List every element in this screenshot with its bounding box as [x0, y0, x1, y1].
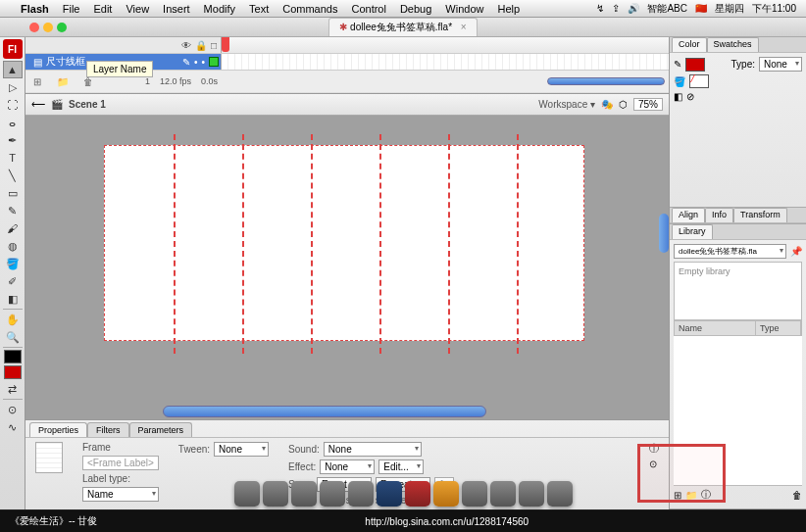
- tab-transform[interactable]: Transform: [733, 208, 787, 222]
- status-flag-icon[interactable]: 🇨🇳: [691, 3, 711, 14]
- menu-app[interactable]: Flash: [14, 3, 56, 15]
- stage-canvas[interactable]: [104, 145, 584, 341]
- tab-library[interactable]: Library: [672, 224, 713, 239]
- col-type[interactable]: Type: [756, 321, 801, 335]
- dock-ical[interactable]: [320, 481, 345, 507]
- hand-tool[interactable]: ✋: [3, 311, 23, 328]
- stage-hscrollbar[interactable]: [163, 406, 486, 417]
- layer-name[interactable]: 尺寸线框: [46, 55, 85, 69]
- new-layer-icon[interactable]: ⊞: [29, 73, 45, 89]
- stroke-swatch[interactable]: [685, 58, 705, 72]
- document-tab[interactable]: ✱ dollee兔兔书签草稿.fla* ×: [328, 18, 477, 36]
- fill-swatch-icon[interactable]: 🪣: [674, 76, 685, 87]
- edit-effect-button[interactable]: Edit...: [378, 459, 424, 474]
- snap-option[interactable]: ⊙: [3, 401, 23, 418]
- dock-photoshop[interactable]: [377, 481, 402, 507]
- dock-flash[interactable]: [405, 481, 430, 507]
- playhead[interactable]: [222, 37, 229, 52]
- free-transform-tool[interactable]: ⛶: [3, 96, 23, 114]
- menu-control[interactable]: Control: [344, 3, 392, 15]
- eyedropper-tool[interactable]: ✐: [3, 272, 23, 290]
- guide-line[interactable]: [517, 134, 519, 354]
- tab-swatches[interactable]: Swatches: [707, 37, 759, 52]
- menu-commands[interactable]: Commands: [276, 3, 344, 15]
- status-wifi-icon[interactable]: ⇪: [608, 3, 624, 14]
- rectangle-tool[interactable]: ▭: [3, 184, 23, 202]
- noswap-icon[interactable]: ⊘: [686, 91, 694, 102]
- close-tab-icon[interactable]: ×: [461, 22, 467, 32]
- sound-dropdown[interactable]: None: [324, 442, 422, 457]
- edit-scene-icon[interactable]: 🎭: [601, 99, 613, 110]
- status-volume-icon[interactable]: 🔊: [624, 3, 643, 14]
- bw-icon[interactable]: ◧: [674, 91, 682, 102]
- dock-trash[interactable]: [547, 481, 573, 507]
- stage-area[interactable]: [25, 116, 669, 419]
- new-folder-icon[interactable]: 📁: [55, 73, 71, 89]
- fill-swatch[interactable]: ⁄: [689, 74, 709, 88]
- window-min-icon[interactable]: [43, 23, 53, 32]
- dock-finder[interactable]: [234, 481, 260, 507]
- dock-qq[interactable]: [490, 481, 516, 507]
- col-name[interactable]: Name: [675, 321, 756, 335]
- timeline-ruler[interactable]: [222, 37, 669, 53]
- window-zoom-icon[interactable]: [57, 23, 67, 32]
- guide-line[interactable]: [379, 134, 381, 354]
- menu-text[interactable]: Text: [242, 3, 276, 15]
- ink-bottle-tool[interactable]: ◍: [3, 237, 23, 255]
- scene-name[interactable]: Scene 1: [69, 99, 106, 110]
- menu-edit[interactable]: Edit: [86, 3, 119, 15]
- zoom-level[interactable]: 75%: [633, 98, 663, 111]
- edit-symbol-icon[interactable]: ⬡: [619, 99, 628, 110]
- color-type-dropdown[interactable]: None: [759, 57, 802, 72]
- stroke-color[interactable]: [4, 350, 22, 363]
- menu-debug[interactable]: Debug: [393, 3, 438, 15]
- zoom-tool[interactable]: 🔍: [3, 328, 23, 346]
- timeline-scrollbar[interactable]: [547, 77, 665, 85]
- line-tool[interactable]: ╲: [3, 167, 23, 184]
- pin-icon[interactable]: 📌: [790, 246, 802, 257]
- menu-window[interactable]: Window: [438, 3, 490, 15]
- paint-bucket-tool[interactable]: 🪣: [3, 255, 23, 272]
- selection-tool[interactable]: ▲: [3, 61, 23, 78]
- frame-label-input[interactable]: <Frame Label>: [82, 456, 159, 470]
- dock-safari[interactable]: [263, 481, 288, 507]
- menu-file[interactable]: File: [56, 3, 87, 15]
- guide-line[interactable]: [448, 134, 450, 354]
- status-bt-icon[interactable]: ↯: [592, 3, 608, 14]
- effect-dropdown[interactable]: None: [320, 459, 375, 474]
- eye-icon[interactable]: 👁: [181, 40, 191, 51]
- pencil-tool[interactable]: ✎: [3, 202, 23, 219]
- swap-colors-icon[interactable]: ⇄: [3, 380, 23, 398]
- tab-properties[interactable]: Properties: [29, 422, 87, 437]
- back-icon[interactable]: ⟵: [31, 99, 45, 110]
- guide-line[interactable]: [242, 134, 244, 354]
- guide-line[interactable]: [174, 134, 176, 354]
- dock-illustrator[interactable]: [433, 481, 459, 507]
- dock-itunes[interactable]: [348, 481, 374, 507]
- smooth-option[interactable]: ∿: [3, 418, 23, 436]
- menu-help[interactable]: Help: [490, 3, 527, 15]
- window-close-icon[interactable]: [29, 23, 39, 32]
- guide-line[interactable]: [311, 134, 313, 354]
- tab-info[interactable]: Info: [705, 208, 733, 222]
- tab-align[interactable]: Align: [672, 208, 705, 222]
- menu-modify[interactable]: Modify: [197, 3, 242, 15]
- brush-tool[interactable]: 🖌: [3, 219, 23, 237]
- fill-color[interactable]: [4, 365, 22, 379]
- lock-icon[interactable]: 🔒: [195, 40, 207, 51]
- stage-vscrollbar[interactable]: [659, 214, 669, 253]
- tween-dropdown[interactable]: None: [214, 442, 269, 457]
- library-file-dropdown[interactable]: dollee兔兔书签草稿.fla: [674, 244, 786, 259]
- status-ime[interactable]: 智能ABC: [643, 2, 691, 16]
- layer-outline-swatch[interactable]: [209, 57, 219, 67]
- eraser-tool[interactable]: ◧: [3, 290, 23, 308]
- pen-tool[interactable]: ✒: [3, 131, 23, 149]
- timeline-frames[interactable]: [222, 54, 669, 70]
- library-columns[interactable]: Name Type: [674, 320, 802, 336]
- dock-app2[interactable]: [519, 481, 544, 507]
- stroke-swatch-icon[interactable]: ✎: [674, 59, 681, 70]
- menu-view[interactable]: View: [119, 3, 156, 15]
- tab-color[interactable]: Color: [672, 37, 707, 52]
- text-tool[interactable]: T: [3, 149, 23, 167]
- tab-parameters[interactable]: Parameters: [129, 422, 193, 437]
